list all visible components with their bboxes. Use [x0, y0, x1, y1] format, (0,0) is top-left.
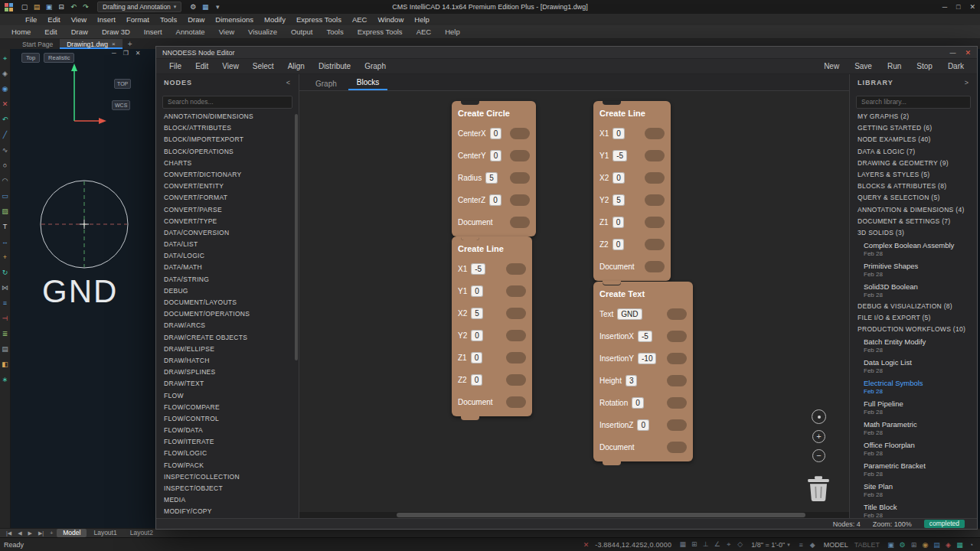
- close-button[interactable]: ✕: [969, 3, 975, 11]
- menu-item[interactable]: Edit: [42, 15, 65, 24]
- connector-port[interactable]: [506, 285, 526, 297]
- param-value-input[interactable]: 3: [626, 375, 638, 386]
- pan-tool-icon[interactable]: ◈: [0, 66, 11, 81]
- offset-tool-icon[interactable]: ≡: [0, 295, 11, 311]
- node-category-item[interactable]: FLOW: [156, 390, 299, 402]
- node-category-item[interactable]: FLOW/COMPARE: [156, 402, 299, 413]
- select-tool-icon[interactable]: ⌖: [0, 51, 11, 66]
- library-item[interactable]: Batch Entity Modify Feb 28: [850, 336, 977, 357]
- library-item[interactable]: DRAWING & GEOMETRY (9): [850, 158, 977, 169]
- node-category-item[interactable]: FLOW/ITERATE: [156, 436, 299, 448]
- menu-item[interactable]: Help: [409, 15, 435, 24]
- prev-tab-button[interactable]: ◀: [15, 530, 24, 536]
- open-file-icon[interactable]: ▤: [31, 2, 42, 12]
- close-tab-icon[interactable]: ×: [112, 41, 116, 47]
- dialog-menu-item[interactable]: View: [215, 60, 246, 72]
- library-item[interactable]: Site Plan Feb 28: [850, 481, 977, 501]
- node-category-item[interactable]: DATA/LIST: [156, 239, 299, 250]
- layout-tab[interactable]: Layout1: [87, 529, 122, 537]
- library-item[interactable]: Parametric Bracket Feb 28: [850, 460, 977, 481]
- esnap-icon[interactable]: ⌖: [724, 540, 733, 549]
- dialog-action-button[interactable]: Stop: [910, 60, 939, 72]
- polyline-tool-icon[interactable]: ∿: [0, 142, 11, 158]
- line-tool-icon[interactable]: ╱: [0, 127, 11, 142]
- param-value-input[interactable]: 0: [637, 419, 649, 431]
- ribbon-tab[interactable]: Insert: [137, 26, 169, 37]
- menu-item[interactable]: View: [66, 15, 92, 24]
- annotation-scale-selector[interactable]: 1/8" = 1'-0" ▾: [751, 541, 789, 549]
- units-icon[interactable]: ⊞: [909, 541, 919, 549]
- cancel-icon[interactable]: ✕: [583, 541, 590, 549]
- menu-item[interactable]: Window: [372, 15, 409, 24]
- library-item[interactable]: Complex Boolean Assembly Feb 28: [850, 239, 977, 259]
- param-value-input[interactable]: 5: [471, 308, 483, 319]
- node-category-item[interactable]: ANNOTATION/DIMENSIONS: [156, 111, 299, 122]
- library-item[interactable]: NODE EXAMPLES (40): [850, 134, 977, 145]
- param-value-input[interactable]: GND: [617, 308, 642, 320]
- connector-port[interactable]: [667, 397, 687, 409]
- dialog-menu-item[interactable]: Align: [281, 60, 312, 72]
- library-item[interactable]: PRODUCTION WORKFLOWS (10): [850, 324, 977, 335]
- node-canvas[interactable]: + − Create Circle: [299, 91, 849, 518]
- etrack-icon[interactable]: ◇: [735, 540, 745, 549]
- trim-tool-icon[interactable]: ⊣: [0, 311, 11, 326]
- library-item[interactable]: Office Floorplan Feb 28: [850, 439, 977, 460]
- dialog-action-button[interactable]: New: [817, 60, 846, 72]
- connector-port[interactable]: [506, 308, 526, 319]
- erase-tool-icon[interactable]: ✕: [0, 96, 11, 112]
- connector-port[interactable]: [667, 442, 687, 453]
- text-tool-icon[interactable]: T: [0, 219, 11, 234]
- param-value-input[interactable]: 0: [612, 239, 625, 250]
- collapse-panel-icon[interactable]: <: [286, 79, 291, 86]
- snap-icon[interactable]: ▦: [678, 540, 688, 549]
- connector-port[interactable]: [645, 217, 665, 228]
- param-value-input[interactable]: 0: [490, 150, 502, 161]
- menu-item[interactable]: Draw: [182, 15, 210, 24]
- node-category-item[interactable]: MODIFY/COPY: [156, 506, 299, 517]
- param-value-input[interactable]: 5: [612, 194, 625, 206]
- node-category-item[interactable]: CONVERT/FORMAT: [156, 192, 299, 204]
- library-item[interactable]: BLOCKS & ATTRIBUTES (8): [850, 181, 977, 192]
- library-item[interactable]: FILE I/O & EXPORT (5): [850, 312, 977, 324]
- param-value-input[interactable]: -5: [471, 263, 485, 275]
- menu-item[interactable]: Express Tools: [291, 15, 347, 24]
- undo-tool-icon[interactable]: ↶: [0, 112, 11, 127]
- transparency-icon[interactable]: ◆: [808, 541, 818, 549]
- param-value-input[interactable]: 0: [471, 330, 483, 341]
- move-tool-icon[interactable]: +: [0, 249, 11, 265]
- code-block[interactable]: Create Text Text GND InsertionX -: [593, 282, 693, 461]
- redo-icon[interactable]: ↷: [80, 2, 91, 12]
- library-item[interactable]: ANNOTATION & DIMENSIONS (4): [850, 204, 977, 216]
- lock-ui-icon[interactable]: ▤: [932, 541, 942, 549]
- code-block[interactable]: Create Line X1 0 Y1 -5: [593, 101, 671, 281]
- node-category-item[interactable]: FLOW/CONTROL: [156, 413, 299, 425]
- dialog-action-button[interactable]: Save: [848, 60, 879, 72]
- polar-icon[interactable]: ∠: [712, 540, 722, 549]
- node-category-item[interactable]: FLOW/PACK: [156, 460, 299, 471]
- node-category-item[interactable]: DRAW/CREATE OBJECTS: [156, 332, 299, 344]
- menu-item[interactable]: File: [20, 15, 42, 24]
- node-category-item[interactable]: DEBUG: [156, 285, 299, 297]
- editor-tab[interactable]: Graph: [307, 77, 345, 90]
- last-tab-button[interactable]: ▶|: [35, 530, 47, 536]
- ribbon-tab[interactable]: Home: [5, 26, 38, 37]
- node-category-item[interactable]: DOCUMENT/LAYOUTS: [156, 297, 299, 308]
- dialog-titlebar[interactable]: NNODESS Node Editor — ✕: [156, 47, 977, 59]
- ribbon-tab[interactable]: View: [212, 26, 241, 37]
- arc-tool-icon[interactable]: ◠: [0, 173, 11, 188]
- library-item[interactable]: 3D SOLIDS (3): [850, 227, 977, 239]
- explode-tool-icon[interactable]: ∗: [0, 372, 11, 387]
- next-tab-button[interactable]: ▶: [25, 530, 35, 536]
- param-value-input[interactable]: 0: [632, 397, 644, 409]
- ribbon-tab[interactable]: Annotate: [169, 26, 212, 37]
- isolate-icon[interactable]: ◈: [943, 541, 953, 549]
- lineweight-icon[interactable]: ≡: [796, 541, 806, 549]
- nodes-search-input[interactable]: [162, 96, 292, 109]
- menu-item[interactable]: AEC: [347, 15, 373, 24]
- dialog-menu-item[interactable]: Distribute: [312, 60, 358, 72]
- param-value-input[interactable]: 0: [612, 217, 625, 228]
- annotation-scale-icon[interactable]: ▣: [886, 541, 896, 549]
- layers-tool-icon[interactable]: ≣: [0, 326, 11, 341]
- connector-port[interactable]: [667, 308, 687, 320]
- connector-port[interactable]: [510, 128, 530, 139]
